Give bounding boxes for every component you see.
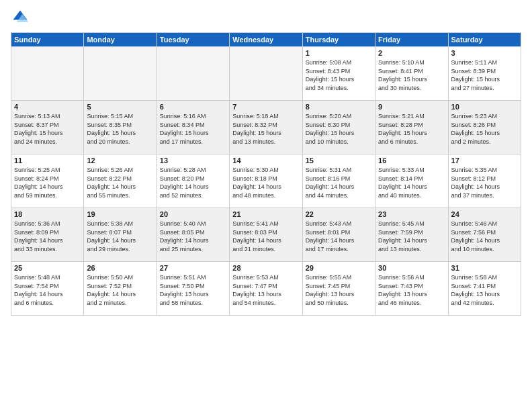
cal-cell: 23Sunrise: 5:45 AM Sunset: 7:59 PM Dayli… <box>375 208 448 262</box>
cal-cell: 5Sunrise: 5:15 AM Sunset: 8:35 PM Daylig… <box>84 101 157 154</box>
cal-cell: 17Sunrise: 5:35 AM Sunset: 8:12 PM Dayli… <box>448 154 521 208</box>
day-number: 3 <box>451 49 518 57</box>
cal-cell <box>84 47 157 101</box>
logo-icon <box>11 8 30 27</box>
day-info: Sunrise: 5:13 AM Sunset: 8:37 PM Dayligh… <box>14 112 81 146</box>
day-number: 27 <box>160 264 226 272</box>
cal-cell: 27Sunrise: 5:51 AM Sunset: 7:50 PM Dayli… <box>157 262 229 316</box>
day-number: 1 <box>306 49 372 57</box>
day-info: Sunrise: 5:46 AM Sunset: 7:56 PM Dayligh… <box>451 220 518 253</box>
day-info: Sunrise: 5:48 AM Sunset: 7:54 PM Dayligh… <box>14 273 81 307</box>
weekday-header-friday: Friday <box>375 33 448 47</box>
day-number: 26 <box>87 264 153 272</box>
cal-cell: 11Sunrise: 5:25 AM Sunset: 8:24 PM Dayli… <box>11 154 84 208</box>
day-number: 13 <box>160 156 226 165</box>
day-info: Sunrise: 5:08 AM Sunset: 8:43 PM Dayligh… <box>306 58 372 92</box>
week-row-2: 4Sunrise: 5:13 AM Sunset: 8:37 PM Daylig… <box>11 101 521 154</box>
day-number: 15 <box>306 156 372 165</box>
day-number: 8 <box>306 103 372 111</box>
day-number: 9 <box>378 103 445 111</box>
day-number: 12 <box>87 156 153 165</box>
day-info: Sunrise: 5:30 AM Sunset: 8:18 PM Dayligh… <box>232 166 299 199</box>
cal-cell: 18Sunrise: 5:36 AM Sunset: 8:09 PM Dayli… <box>11 208 84 262</box>
week-row-3: 11Sunrise: 5:25 AM Sunset: 8:24 PM Dayli… <box>11 154 521 208</box>
cal-cell: 10Sunrise: 5:23 AM Sunset: 8:26 PM Dayli… <box>448 101 521 154</box>
day-info: Sunrise: 5:16 AM Sunset: 8:34 PM Dayligh… <box>160 112 226 146</box>
day-number: 11 <box>14 156 81 165</box>
cal-cell: 12Sunrise: 5:26 AM Sunset: 8:22 PM Dayli… <box>84 154 157 208</box>
weekday-header-sunday: Sunday <box>11 33 84 47</box>
day-info: Sunrise: 5:28 AM Sunset: 8:20 PM Dayligh… <box>160 166 226 199</box>
day-info: Sunrise: 5:58 AM Sunset: 7:41 PM Dayligh… <box>451 273 518 307</box>
day-info: Sunrise: 5:53 AM Sunset: 7:47 PM Dayligh… <box>232 273 299 307</box>
day-number: 22 <box>306 210 372 218</box>
day-number: 30 <box>378 264 445 272</box>
cal-cell: 4Sunrise: 5:13 AM Sunset: 8:37 PM Daylig… <box>11 101 84 154</box>
cal-cell: 9Sunrise: 5:21 AM Sunset: 8:28 PM Daylig… <box>375 101 448 154</box>
weekday-header-thursday: Thursday <box>302 33 375 47</box>
day-info: Sunrise: 5:56 AM Sunset: 7:43 PM Dayligh… <box>378 273 445 307</box>
cal-cell: 28Sunrise: 5:53 AM Sunset: 7:47 PM Dayli… <box>230 262 302 316</box>
cal-cell: 21Sunrise: 5:41 AM Sunset: 8:03 PM Dayli… <box>230 208 302 262</box>
day-info: Sunrise: 5:20 AM Sunset: 8:30 PM Dayligh… <box>306 112 372 146</box>
calendar-table: SundayMondayTuesdayWednesdayThursdayFrid… <box>11 32 521 316</box>
cal-cell: 3Sunrise: 5:11 AM Sunset: 8:39 PM Daylig… <box>448 47 521 101</box>
day-number: 5 <box>87 103 153 111</box>
day-info: Sunrise: 5:38 AM Sunset: 8:07 PM Dayligh… <box>87 220 153 253</box>
day-number: 16 <box>378 156 445 165</box>
day-info: Sunrise: 5:51 AM Sunset: 7:50 PM Dayligh… <box>160 273 226 307</box>
day-number: 4 <box>14 103 81 111</box>
day-number: 28 <box>232 264 299 272</box>
cal-cell: 20Sunrise: 5:40 AM Sunset: 8:05 PM Dayli… <box>157 208 229 262</box>
day-info: Sunrise: 5:23 AM Sunset: 8:26 PM Dayligh… <box>451 112 518 146</box>
cal-cell: 26Sunrise: 5:50 AM Sunset: 7:52 PM Dayli… <box>84 262 157 316</box>
cal-cell: 22Sunrise: 5:43 AM Sunset: 8:01 PM Dayli… <box>302 208 375 262</box>
day-number: 14 <box>232 156 299 165</box>
week-row-1: 1Sunrise: 5:08 AM Sunset: 8:43 PM Daylig… <box>11 47 521 101</box>
day-number: 7 <box>232 103 299 111</box>
cal-cell: 2Sunrise: 5:10 AM Sunset: 8:41 PM Daylig… <box>375 47 448 101</box>
day-number: 25 <box>14 264 81 272</box>
cal-cell: 1Sunrise: 5:08 AM Sunset: 8:43 PM Daylig… <box>302 47 375 101</box>
cal-cell: 29Sunrise: 5:55 AM Sunset: 7:45 PM Dayli… <box>302 262 375 316</box>
day-info: Sunrise: 5:55 AM Sunset: 7:45 PM Dayligh… <box>306 273 372 307</box>
day-info: Sunrise: 5:43 AM Sunset: 8:01 PM Dayligh… <box>306 220 372 253</box>
day-info: Sunrise: 5:36 AM Sunset: 8:09 PM Dayligh… <box>14 220 81 253</box>
cal-cell: 14Sunrise: 5:30 AM Sunset: 8:18 PM Dayli… <box>230 154 302 208</box>
cal-cell: 25Sunrise: 5:48 AM Sunset: 7:54 PM Dayli… <box>11 262 84 316</box>
day-info: Sunrise: 5:25 AM Sunset: 8:24 PM Dayligh… <box>14 166 81 199</box>
day-info: Sunrise: 5:41 AM Sunset: 8:03 PM Dayligh… <box>232 220 299 253</box>
cal-cell <box>11 47 84 101</box>
day-number: 20 <box>160 210 226 218</box>
day-info: Sunrise: 5:35 AM Sunset: 8:12 PM Dayligh… <box>451 166 518 199</box>
cal-cell: 24Sunrise: 5:46 AM Sunset: 7:56 PM Dayli… <box>448 208 521 262</box>
day-number: 29 <box>306 264 372 272</box>
cal-cell: 6Sunrise: 5:16 AM Sunset: 8:34 PM Daylig… <box>157 101 229 154</box>
cal-cell: 15Sunrise: 5:31 AM Sunset: 8:16 PM Dayli… <box>302 154 375 208</box>
day-info: Sunrise: 5:26 AM Sunset: 8:22 PM Dayligh… <box>87 166 153 199</box>
cal-cell: 7Sunrise: 5:18 AM Sunset: 8:32 PM Daylig… <box>230 101 302 154</box>
day-info: Sunrise: 5:50 AM Sunset: 7:52 PM Dayligh… <box>87 273 153 307</box>
day-info: Sunrise: 5:18 AM Sunset: 8:32 PM Dayligh… <box>232 112 299 146</box>
day-info: Sunrise: 5:11 AM Sunset: 8:39 PM Dayligh… <box>451 58 518 92</box>
day-number: 23 <box>378 210 445 218</box>
day-number: 6 <box>160 103 226 111</box>
cal-cell: 31Sunrise: 5:58 AM Sunset: 7:41 PM Dayli… <box>448 262 521 316</box>
day-info: Sunrise: 5:45 AM Sunset: 7:59 PM Dayligh… <box>378 220 445 253</box>
day-info: Sunrise: 5:10 AM Sunset: 8:41 PM Dayligh… <box>378 58 445 92</box>
day-info: Sunrise: 5:40 AM Sunset: 8:05 PM Dayligh… <box>160 220 226 253</box>
day-number: 17 <box>451 156 518 165</box>
day-info: Sunrise: 5:15 AM Sunset: 8:35 PM Dayligh… <box>87 112 153 146</box>
cal-cell: 30Sunrise: 5:56 AM Sunset: 7:43 PM Dayli… <box>375 262 448 316</box>
week-row-4: 18Sunrise: 5:36 AM Sunset: 8:09 PM Dayli… <box>11 208 521 262</box>
weekday-header-saturday: Saturday <box>448 33 521 47</box>
day-number: 19 <box>87 210 153 218</box>
day-number: 2 <box>378 49 445 57</box>
cal-cell: 16Sunrise: 5:33 AM Sunset: 8:14 PM Dayli… <box>375 154 448 208</box>
cal-cell: 8Sunrise: 5:20 AM Sunset: 8:30 PM Daylig… <box>302 101 375 154</box>
cal-cell <box>230 47 302 101</box>
cal-cell: 19Sunrise: 5:38 AM Sunset: 8:07 PM Dayli… <box>84 208 157 262</box>
week-row-5: 25Sunrise: 5:48 AM Sunset: 7:54 PM Dayli… <box>11 262 521 316</box>
day-info: Sunrise: 5:33 AM Sunset: 8:14 PM Dayligh… <box>378 166 445 199</box>
logo <box>11 8 32 27</box>
